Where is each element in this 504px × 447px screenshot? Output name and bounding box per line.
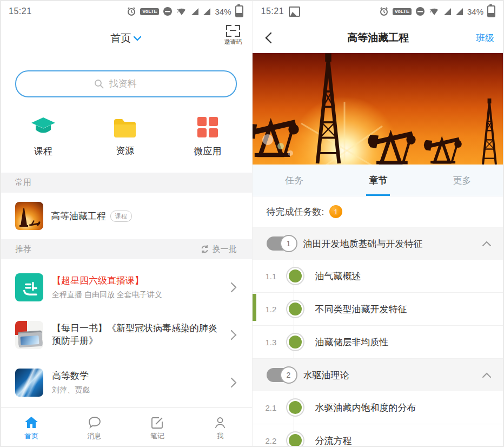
screenshot-icon [289,6,300,17]
quick-app-resources[interactable]: 资源 [112,117,137,157]
chapter-title: 油田开发地质基础与开发特征 [303,238,483,250]
chevron-right-icon [230,377,237,388]
course-screen: 15:21 VoLTE 34% 高等油藏工程 班级 [253,0,504,447]
progress-dot [287,268,303,284]
progress-dot [287,399,303,416]
bottom-nav: 首页 消息 笔记 我 [0,407,252,447]
invite-code-icon [226,25,240,37]
volte-badge: VoLTE [393,8,412,15]
battery-icon [235,5,243,17]
quick-apps-row: 课程 资源 微应用 [0,97,252,173]
search-area [0,54,252,97]
nav-label: 首页 [24,431,38,441]
list-item-daily-book[interactable]: 【每日一书】《新型冠状病毒感染的肺炎预防手册》 [0,311,252,359]
course-type-badge: 课程 [110,211,132,222]
signal-icon-1 [191,8,199,16]
nav-label: 笔记 [150,431,164,441]
tab-tasks[interactable]: 任务 [253,165,336,196]
chevron-up-icon [482,241,491,246]
section-title: 分流方程 [315,435,352,447]
tab-more[interactable]: 更多 [420,165,504,196]
status-time: 15:21 [261,6,284,16]
progress-dot [287,301,303,317]
progress-dot [287,334,303,350]
pending-tasks-row[interactable]: 待完成任务数: 1 [253,196,504,227]
search-box[interactable] [15,70,237,97]
item-title: 高等数学 [52,370,225,383]
status-time: 15:21 [9,6,32,16]
battery-percent: 34% [467,7,483,16]
chapter-toggle[interactable]: 1 [267,236,296,251]
section-frequent: 常用 [0,173,252,193]
refresh-batch-button[interactable]: 换一批 [200,244,237,254]
nav-item-notes[interactable]: 笔记 [126,414,189,441]
section-title: 不同类型油藏开发特征 [315,303,407,315]
chapter-header-2[interactable]: 2 水驱油理论 [253,359,504,391]
chapter-item-2-1[interactable]: 2.1 水驱油藏内饱和度的分布 [253,391,504,424]
status-bar: 15:21 VoLTE 34% [0,0,252,23]
quick-app-label: 课程 [34,145,52,157]
dnd-icon [163,6,173,16]
status-bar: 15:21 VoLTE 34% [253,0,504,23]
chat-bubble-icon [88,416,102,429]
refresh-batch-label: 换一批 [213,244,237,254]
item-subtitle: 刘萍、贾彪 [52,385,225,395]
back-icon [265,32,272,44]
signal-icon-2 [203,8,211,16]
quick-app-micro-apps[interactable]: 微应用 [194,116,222,157]
page-title-dropdown[interactable]: 首页 [110,31,141,45]
chapter-number: 1 [280,235,297,252]
signal-icon-1 [443,8,452,16]
chevron-up-icon [482,372,491,378]
frequent-course-row[interactable]: 高等油藏工程 课程 [0,193,252,239]
home-screen: 15:21 VoLTE 34% 首页 邀请码 [0,0,253,447]
item-title: 【超星四六级直播课】 [52,275,225,287]
list-item-math-course[interactable]: 高等数学 刘萍、贾彪 [0,359,252,406]
home-icon [24,416,38,429]
pending-tasks-badge: 1 [329,205,342,218]
nav-item-home[interactable]: 首页 [0,414,63,441]
course-thumbnail [15,202,43,230]
section-title: 常用 [15,178,31,188]
tab-chapters[interactable]: 章节 [336,165,420,196]
dnd-icon [415,6,425,16]
edit-square-icon [151,416,164,429]
alarm-icon [127,6,136,16]
folder-icon [112,117,137,137]
chevron-right-icon [230,330,237,340]
wifi-icon [429,7,440,16]
wifi-icon [176,7,187,16]
quick-app-label: 资源 [116,144,134,157]
person-icon [214,416,227,429]
section-title: 推荐 [15,244,31,254]
section-number: 2.2 [266,436,284,445]
graduation-cap-icon [30,116,56,138]
progress-dot [287,432,303,447]
class-button[interactable]: 班级 [476,32,494,44]
section-number: 1.3 [266,338,284,347]
nav-item-me[interactable]: 我 [189,414,251,441]
recommend-list: 【超星四六级直播课】 全程直播 自由回放 全套电子讲义 【每日一书】《新型冠状病… [0,259,252,406]
chapter-item-2-2[interactable]: 2.2 分流方程 [253,424,504,447]
volte-badge: VoLTE [140,8,159,15]
list-item-live-course[interactable]: 【超星四六级直播课】 全程直播 自由回放 全套电子讲义 [0,264,252,311]
invite-code-button[interactable]: 邀请码 [224,25,242,46]
section-recommend: 推荐 换一批 [0,239,252,259]
chaoxing-logo-icon [15,273,43,301]
chapter-header-1[interactable]: 1 油田开发地质基础与开发特征 [253,227,504,260]
section-number: 1.2 [266,305,284,314]
home-header: 首页 邀请码 [0,23,252,54]
chapter-title: 水驱油理论 [303,369,483,382]
section-title: 水驱油藏内饱和度的分布 [315,402,416,414]
chapter-item-1-2[interactable]: 1.2 不同类型油藏开发特征 [253,293,504,326]
back-button[interactable] [260,29,277,47]
nav-item-messages[interactable]: 消息 [63,414,125,441]
quick-app-courses[interactable]: 课程 [30,116,56,157]
chapter-item-1-1[interactable]: 1.1 油气藏概述 [253,260,504,293]
pending-tasks-label: 待完成任务数: [267,206,324,218]
section-title: 油气藏概述 [315,270,361,282]
chapter-toggle[interactable]: 2 [267,368,296,382]
item-title: 【每日一书】《新型冠状病毒感染的肺炎预防手册》 [52,323,225,347]
search-input[interactable] [108,78,158,90]
chapter-item-1-3[interactable]: 1.3 油藏储层非均质性 [253,326,504,359]
